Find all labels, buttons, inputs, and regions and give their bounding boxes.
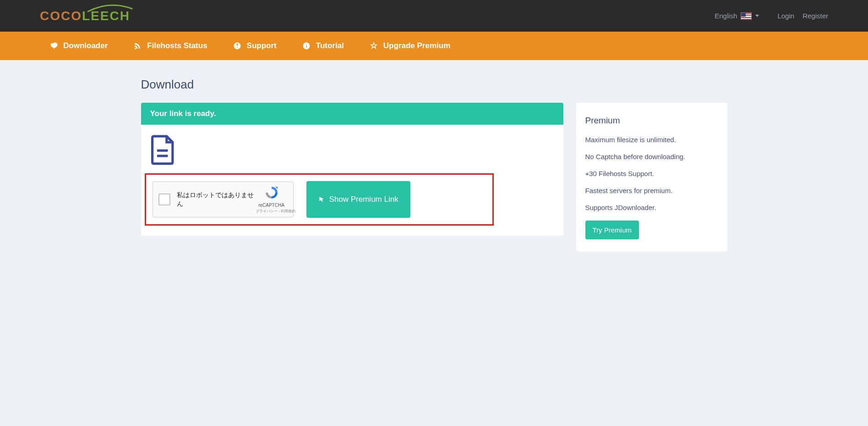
premium-feature: Supports JDownloader.	[585, 204, 718, 211]
cursor-icon	[318, 196, 325, 203]
recaptcha-icon	[264, 185, 279, 200]
page-title-area: Download	[141, 60, 727, 103]
register-link[interactable]: Register	[802, 12, 828, 20]
main-nav: Downloader Filehosts Status Support Tuto…	[0, 32, 868, 60]
premium-card-title: Premium	[585, 116, 718, 126]
info-circle-icon	[302, 42, 311, 50]
nav-filehosts[interactable]: Filehosts Status	[120, 32, 220, 60]
nav-upgrade[interactable]: Upgrade Premium	[357, 32, 463, 60]
recaptcha-logo-area: reCAPTCHA プライバシー - 利用規約	[256, 185, 288, 214]
try-premium-button[interactable]: Try Premium	[585, 221, 639, 239]
download-panel-header: Your link is ready.	[141, 103, 563, 125]
site-logo[interactable]: COCOLEECH	[40, 9, 130, 23]
us-flag-icon	[741, 12, 752, 20]
recaptcha-widget[interactable]: 私はロボットではありません reCAPTCHA プライバシー - 利用規約	[153, 182, 294, 217]
page-title: Download	[141, 77, 727, 92]
nav-item-label: Upgrade Premium	[383, 41, 450, 50]
nav-item-label: Filehosts Status	[147, 41, 207, 50]
recaptcha-checkbox[interactable]	[158, 194, 170, 205]
star-outline-icon	[370, 42, 378, 50]
language-label: English	[715, 12, 737, 20]
help-circle-icon	[233, 42, 241, 50]
nav-downloader[interactable]: Downloader	[37, 32, 120, 60]
nav-item-label: Downloader	[63, 41, 108, 50]
language-selector[interactable]: English	[715, 12, 759, 20]
header-right-group: English Login Register	[715, 12, 828, 20]
download-panel: Your link is ready. 私はロボットではあ	[141, 103, 563, 236]
recaptcha-label: 私はロボットではありません	[177, 191, 256, 208]
show-premium-label: Show Premium Link	[329, 195, 399, 204]
show-premium-link-button[interactable]: Show Premium Link	[306, 181, 410, 218]
logo-text-coco: COCO	[40, 9, 82, 23]
premium-card: Premium Maximum filesize is unlimited. N…	[576, 103, 727, 251]
premium-feature: No Captcha before downloading.	[585, 153, 718, 160]
top-header: COCOLEECH English Login Register	[0, 0, 868, 32]
rocket-icon	[49, 42, 58, 50]
login-link[interactable]: Login	[777, 12, 794, 20]
premium-feature: Fastest servers for premium.	[585, 187, 718, 194]
nav-tutorial[interactable]: Tutorial	[289, 32, 357, 60]
nav-item-label: Tutorial	[316, 41, 344, 50]
recaptcha-brand-text: reCAPTCHA	[256, 203, 288, 208]
premium-feature: Maximum filesize is unlimited.	[585, 136, 718, 144]
recaptcha-privacy-links[interactable]: プライバシー - 利用規約	[256, 209, 288, 214]
nav-item-label: Support	[247, 41, 277, 50]
chevron-down-icon	[755, 15, 759, 17]
file-icon-area	[151, 135, 553, 173]
logo-swoosh-icon	[87, 3, 133, 13]
rss-icon	[133, 42, 142, 50]
premium-feature: +30 Filehosts Support.	[585, 170, 718, 177]
nav-support[interactable]: Support	[220, 32, 289, 60]
file-icon	[151, 135, 175, 165]
captcha-highlight-box: 私はロボットではありません reCAPTCHA プライバシー - 利用規約	[145, 173, 494, 226]
